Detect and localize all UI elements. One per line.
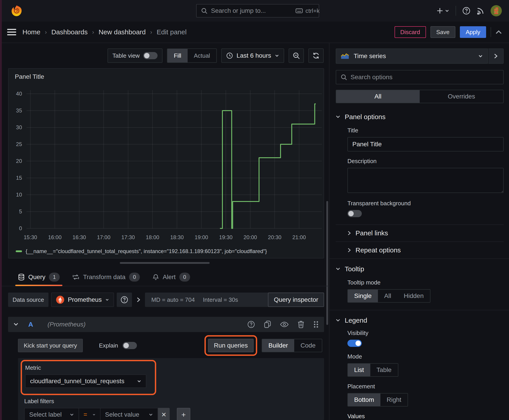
svg-text:35: 35 bbox=[16, 107, 22, 113]
legend-placement-bottom[interactable]: Bottom bbox=[348, 394, 380, 406]
hide-response-icon[interactable] bbox=[280, 321, 289, 328]
options-search[interactable] bbox=[336, 70, 504, 84]
transparent-background-toggle[interactable] bbox=[347, 210, 362, 217]
panel-resize-handle[interactable] bbox=[120, 262, 210, 264]
tab-all[interactable]: All bbox=[336, 90, 420, 103]
svg-text:16:30: 16:30 bbox=[73, 234, 86, 240]
panel-description-textarea[interactable] bbox=[347, 168, 504, 193]
breadcrumb-dashboards[interactable]: Dashboards bbox=[51, 28, 88, 36]
help-button[interactable] bbox=[462, 7, 471, 15]
datasource-picker[interactable]: Prometheus bbox=[51, 292, 114, 307]
query-help-icon[interactable] bbox=[247, 321, 255, 328]
new-menu-button[interactable] bbox=[436, 7, 449, 14]
chevron-down-icon bbox=[137, 379, 141, 383]
query-tabs: Query 1 Transform data 0 Alert 0 bbox=[0, 268, 329, 286]
drag-handle-icon[interactable] bbox=[313, 321, 319, 328]
explain-toggle[interactable] bbox=[122, 342, 137, 349]
panel-title-input[interactable] bbox=[347, 137, 504, 151]
fill-option[interactable]: Fill bbox=[167, 49, 187, 62]
kick-start-query-button[interactable]: Kick start your query bbox=[18, 339, 83, 352]
builder-option[interactable]: Builder bbox=[262, 339, 294, 352]
tab-overrides[interactable]: Overrides bbox=[420, 90, 503, 103]
mega-menu-button[interactable] bbox=[7, 29, 16, 36]
repeat-options-section[interactable]: Repeat options bbox=[336, 241, 504, 258]
duplicate-query-icon[interactable] bbox=[264, 321, 271, 328]
builder-code-segmented: Builder Code bbox=[262, 339, 322, 352]
run-queries-button[interactable]: Run queries bbox=[208, 339, 254, 352]
tab-alert[interactable]: Alert 0 bbox=[152, 268, 190, 286]
breadcrumb-separator: › bbox=[45, 29, 47, 36]
panel-toolbar: Table view Fill Actual Last 6 hours bbox=[0, 48, 324, 63]
collapse-options-button[interactable] bbox=[495, 30, 502, 34]
add-filter-button[interactable]: + bbox=[177, 408, 190, 420]
query-row-header[interactable]: A (Prometheus) bbox=[8, 317, 324, 332]
select-value-dropdown[interactable]: Select value bbox=[100, 408, 158, 420]
tab-query-badge: 1 bbox=[49, 273, 60, 282]
global-search[interactable]: ctrl+k bbox=[196, 4, 319, 17]
legend-mode-list[interactable]: List bbox=[348, 364, 370, 376]
operator-dropdown[interactable]: = bbox=[79, 408, 100, 420]
actual-option[interactable]: Actual bbox=[188, 49, 216, 62]
breadcrumb-home[interactable]: Home bbox=[23, 28, 40, 36]
svg-text:20:00: 20:00 bbox=[243, 234, 257, 240]
explain-label: Explain bbox=[99, 342, 118, 349]
legend-series-swatch[interactable] bbox=[16, 250, 22, 252]
tooltip-mode-hidden[interactable]: Hidden bbox=[397, 290, 430, 302]
avatar[interactable] bbox=[491, 5, 502, 16]
chevron-right-icon[interactable] bbox=[137, 297, 140, 302]
top-bar: ctrl+k bbox=[0, 0, 509, 22]
apply-button[interactable]: Apply bbox=[460, 26, 486, 38]
search-input[interactable] bbox=[211, 7, 292, 14]
legend-series-label[interactable]: {__name__="cloudflared_tunnel_total_requ… bbox=[26, 248, 267, 255]
database-icon bbox=[18, 273, 25, 281]
refresh-button[interactable] bbox=[308, 48, 324, 63]
code-option[interactable]: Code bbox=[294, 339, 322, 352]
tooltip-mode-single[interactable]: Single bbox=[348, 290, 378, 302]
table-view-toggle[interactable] bbox=[143, 52, 158, 59]
remove-filter-button[interactable]: ✕ bbox=[158, 408, 170, 420]
visualization-picker[interactable]: Time series bbox=[336, 48, 488, 64]
visualization-name: Time series bbox=[354, 52, 386, 60]
clock-icon bbox=[226, 52, 233, 59]
svg-text:10: 10 bbox=[16, 192, 22, 198]
viz-suggestions-button[interactable] bbox=[488, 48, 504, 64]
svg-text:25: 25 bbox=[16, 141, 22, 147]
query-options-summary[interactable]: MD = auto = 704 Interval = 30s bbox=[145, 292, 269, 307]
news-button[interactable] bbox=[477, 7, 484, 15]
query-inspector-button[interactable]: Query inspector bbox=[268, 292, 324, 307]
breadcrumb-separator: › bbox=[92, 29, 94, 36]
time-range-picker[interactable]: Last 6 hours bbox=[221, 48, 284, 63]
tab-transform-data[interactable]: Transform data 0 bbox=[72, 268, 140, 286]
left-scrollbar[interactable] bbox=[326, 201, 328, 325]
save-button[interactable]: Save bbox=[430, 26, 455, 38]
legend-placement-right[interactable]: Right bbox=[380, 394, 408, 406]
datasource-name: Prometheus bbox=[68, 296, 102, 303]
all-overrides-tabs: All Overrides bbox=[336, 90, 504, 103]
legend-mode-table[interactable]: Table bbox=[370, 364, 398, 376]
datasource-help-button[interactable] bbox=[117, 292, 132, 307]
svg-text:5: 5 bbox=[19, 209, 22, 215]
tooltip-mode-label: Tooltip mode bbox=[347, 279, 504, 286]
tooltip-mode-all[interactable]: All bbox=[378, 290, 397, 302]
panel-options-section-header[interactable]: Panel options bbox=[336, 113, 504, 121]
tab-query-label: Query bbox=[28, 273, 45, 281]
legend-section-header[interactable]: Legend bbox=[336, 316, 504, 324]
remove-query-icon[interactable] bbox=[298, 321, 304, 328]
panel-links-section[interactable]: Panel links bbox=[336, 224, 504, 241]
chevron-down-icon[interactable] bbox=[14, 323, 18, 326]
select-label-dropdown[interactable]: Select label bbox=[24, 408, 79, 420]
tab-query[interactable]: Query 1 bbox=[18, 268, 60, 286]
grafana-logo-icon[interactable] bbox=[11, 5, 23, 17]
svg-text:0: 0 bbox=[19, 225, 22, 231]
options-search-input[interactable] bbox=[350, 74, 499, 81]
tab-transform-badge: 0 bbox=[129, 273, 140, 282]
time-series-chart[interactable]: 15:3016:0016:3017:0017:3018:0018:3019:00… bbox=[8, 84, 324, 242]
tooltip-section-header[interactable]: Tooltip bbox=[336, 265, 504, 273]
legend-visibility-toggle[interactable] bbox=[347, 340, 362, 347]
breadcrumb-new-dashboard[interactable]: New dashboard bbox=[99, 28, 146, 36]
title-field-label: Title bbox=[347, 127, 504, 134]
discard-button[interactable]: Discard bbox=[395, 26, 426, 38]
query-editor-toolbar: Kick start your query Explain Run querie… bbox=[18, 338, 324, 353]
zoom-out-time-button[interactable] bbox=[289, 48, 304, 63]
metric-select[interactable]: cloudflared_tunnel_total_requests bbox=[25, 375, 146, 388]
